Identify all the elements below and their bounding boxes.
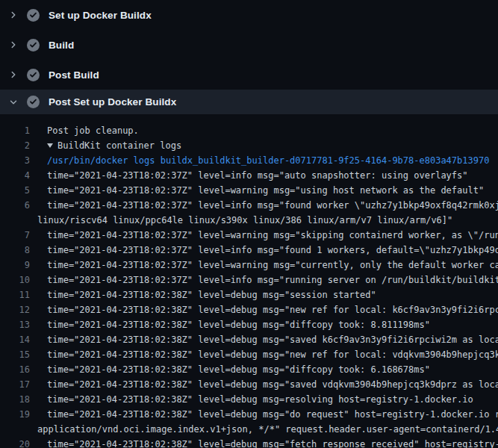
log-line: 17 time="2021-04-23T18:02:38Z" level=deb…: [0, 377, 498, 392]
log-line: 10 time="2021-04-23T18:02:37Z" level=inf…: [0, 273, 498, 287]
log-line-number[interactable]: 2: [0, 138, 30, 153]
log-line: application/vnd.oci.image.index.v1+json,…: [0, 422, 498, 437]
log-line: 1 Post job cleanup.: [0, 123, 498, 138]
log-line-number[interactable]: 15: [0, 347, 30, 362]
log-line-text: application/vnd.oci.image.index.v1+json,…: [30, 422, 498, 437]
log-area: 1 Post job cleanup. 2 BuildKit container…: [0, 114, 498, 448]
log-line-number[interactable]: 7: [0, 228, 30, 243]
log-line-text: time="2021-04-23T18:02:37Z" level=info m…: [30, 168, 468, 183]
step-label: Build: [49, 40, 74, 51]
log-line-number[interactable]: 20: [0, 437, 30, 448]
log-line-number[interactable]: 9: [0, 258, 30, 273]
group-collapse-triangle-icon[interactable]: [47, 143, 53, 148]
log-line-number[interactable]: 13: [0, 317, 30, 332]
log-line-text: /usr/bin/docker logs buildx_buildkit_bui…: [30, 153, 489, 168]
log-line-text: time="2021-04-23T18:02:38Z" level=debug …: [30, 347, 498, 362]
log-line: 18 time="2021-04-23T18:02:38Z" level=deb…: [0, 392, 498, 407]
log-line-text: time="2021-04-23T18:02:38Z" level=debug …: [30, 392, 473, 407]
log-line-number[interactable]: 16: [0, 362, 30, 377]
log-line: 16 time="2021-04-23T18:02:38Z" level=deb…: [0, 362, 498, 377]
log-line-text: time="2021-04-23T18:02:38Z" level=debug …: [30, 287, 376, 302]
log-line: 4 time="2021-04-23T18:02:37Z" level=info…: [0, 168, 498, 183]
step-row-post-build[interactable]: Post Build: [0, 60, 498, 90]
log-line-text: time="2021-04-23T18:02:38Z" level=debug …: [30, 362, 430, 377]
step-label: Post Build: [49, 69, 99, 81]
log-line-text: time="2021-04-23T18:02:38Z" level=debug …: [30, 317, 430, 332]
step-label: Post Set up Docker Buildx: [49, 96, 176, 108]
log-line-number[interactable]: 1: [0, 123, 30, 138]
step-label: Set up Docker Buildx: [49, 10, 152, 21]
log-line: linux/riscv64 linux/ppc64le linux/s390x …: [0, 213, 498, 228]
log-line: 14 time="2021-04-23T18:02:38Z" level=deb…: [0, 332, 498, 347]
step-row-post-set-up-docker-buildx[interactable]: Post Set up Docker Buildx: [0, 90, 498, 114]
log-line-number[interactable]: 5: [0, 183, 30, 198]
log-line: 11 time="2021-04-23T18:02:38Z" level=deb…: [0, 287, 498, 302]
log-line-text: time="2021-04-23T18:02:38Z" level=debug …: [30, 407, 498, 422]
log-line: 2 BuildKit container logs: [0, 138, 498, 153]
log-line-number[interactable]: 8: [0, 243, 30, 258]
log-line-text: time="2021-04-23T18:02:37Z" level=warnin…: [30, 228, 498, 243]
log-line-text: linux/riscv64 linux/ppc64le linux/s390x …: [30, 213, 452, 228]
chevron-right-icon: [7, 39, 19, 51]
step-row-set-up-docker-buildx[interactable]: Set up Docker Buildx: [0, 0, 498, 30]
log-line-text: time="2021-04-23T18:02:38Z" level=debug …: [30, 302, 498, 317]
log-line: 20 time="2021-04-23T18:02:38Z" level=deb…: [0, 437, 498, 448]
steps-list: Set up Docker Buildx Build P: [0, 0, 498, 114]
success-check-icon: [27, 39, 40, 52]
log-line: 15 time="2021-04-23T18:02:38Z" level=deb…: [0, 347, 498, 362]
log-line-number: [0, 422, 30, 437]
log-line-number[interactable]: 6: [0, 198, 30, 213]
chevron-down-icon: [7, 96, 19, 108]
log-line-text: time="2021-04-23T18:02:37Z" level=warnin…: [30, 183, 484, 198]
log-line: 7 time="2021-04-23T18:02:37Z" level=warn…: [0, 228, 498, 243]
log-line-number[interactable]: 12: [0, 302, 30, 317]
chevron-right-icon: [7, 9, 19, 21]
log-line-text: time="2021-04-23T18:02:37Z" level=warnin…: [30, 258, 498, 273]
log-line-text: time="2021-04-23T18:02:38Z" level=debug …: [30, 437, 498, 448]
log-line-text: time="2021-04-23T18:02:38Z" level=debug …: [30, 377, 498, 392]
success-check-icon: [27, 69, 40, 81]
log-line: 3 /usr/bin/docker logs buildx_buildkit_b…: [0, 153, 498, 168]
log-line-number: [0, 213, 30, 228]
log-line: 13 time="2021-04-23T18:02:38Z" level=deb…: [0, 317, 498, 332]
log-line-number[interactable]: 17: [0, 377, 30, 392]
chevron-right-icon: [7, 69, 19, 81]
log-line-text: time="2021-04-23T18:02:37Z" level=info m…: [30, 273, 498, 287]
log-line-number[interactable]: 19: [0, 407, 30, 422]
log-line: 6 time="2021-04-23T18:02:37Z" level=info…: [0, 198, 498, 213]
success-check-icon: [27, 9, 40, 22]
log-line-text: BuildKit container logs: [30, 138, 181, 153]
log-line-number[interactable]: 3: [0, 153, 30, 168]
log-line-text: time="2021-04-23T18:02:38Z" level=debug …: [30, 332, 498, 347]
log-line: 9 time="2021-04-23T18:02:37Z" level=warn…: [0, 258, 498, 273]
log-line-number[interactable]: 11: [0, 287, 30, 302]
log-line-text: time="2021-04-23T18:02:37Z" level=info m…: [30, 198, 498, 213]
log-line-text: time="2021-04-23T18:02:37Z" level=info m…: [30, 243, 498, 258]
log-line: 8 time="2021-04-23T18:02:37Z" level=info…: [0, 243, 498, 258]
log-line-number[interactable]: 18: [0, 392, 30, 407]
log-line: 19 time="2021-04-23T18:02:38Z" level=deb…: [0, 407, 498, 422]
log-line-number[interactable]: 4: [0, 168, 30, 183]
log-line-number[interactable]: 10: [0, 273, 30, 287]
success-check-icon: [27, 96, 40, 108]
log-line: 12 time="2021-04-23T18:02:38Z" level=deb…: [0, 302, 498, 317]
log-line-number[interactable]: 14: [0, 332, 30, 347]
log-line: 5 time="2021-04-23T18:02:37Z" level=warn…: [0, 183, 498, 198]
step-row-build[interactable]: Build: [0, 30, 498, 60]
log-line-text: Post job cleanup.: [30, 123, 139, 138]
